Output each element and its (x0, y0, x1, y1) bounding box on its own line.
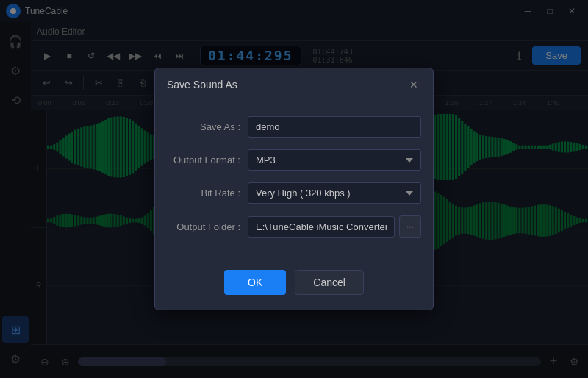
modal-title: Save Sound As (167, 79, 237, 90)
save-as-label: Save As : (167, 121, 248, 132)
save-as-input[interactable] (248, 116, 421, 138)
browse-folder-button[interactable]: ··· (399, 215, 421, 238)
output-folder-input[interactable] (248, 216, 395, 238)
output-format-row: Output Format : MP3 AAC FLAC WAV OGG (167, 149, 421, 171)
ok-button[interactable]: OK (224, 270, 286, 295)
bit-rate-select[interactable]: Very High ( 320 kbps ) High ( 256 kbps )… (248, 182, 421, 204)
cancel-button[interactable]: Cancel (295, 270, 364, 295)
output-format-select[interactable]: MP3 AAC FLAC WAV OGG (248, 149, 421, 171)
bit-rate-row: Bit Rate : Very High ( 320 kbps ) High (… (167, 182, 421, 204)
folder-row: ··· (248, 215, 421, 238)
save-as-row: Save As : (167, 116, 421, 138)
output-format-label: Output Format : (167, 154, 248, 165)
modal-close-button[interactable]: ✕ (406, 77, 421, 92)
modal-header: Save Sound As ✕ (155, 68, 433, 101)
bit-rate-label: Bit Rate : (167, 188, 248, 199)
modal-overlay: Save Sound As ✕ Save As : Output Format … (0, 0, 588, 378)
output-folder-label: Output Folder : (167, 221, 248, 232)
output-folder-row: Output Folder : ··· (167, 215, 421, 238)
save-sound-modal: Save Sound As ✕ Save As : Output Format … (154, 68, 434, 310)
modal-footer: OK Cancel (155, 264, 433, 310)
modal-body: Save As : Output Format : MP3 AAC FLAC W… (155, 101, 433, 264)
